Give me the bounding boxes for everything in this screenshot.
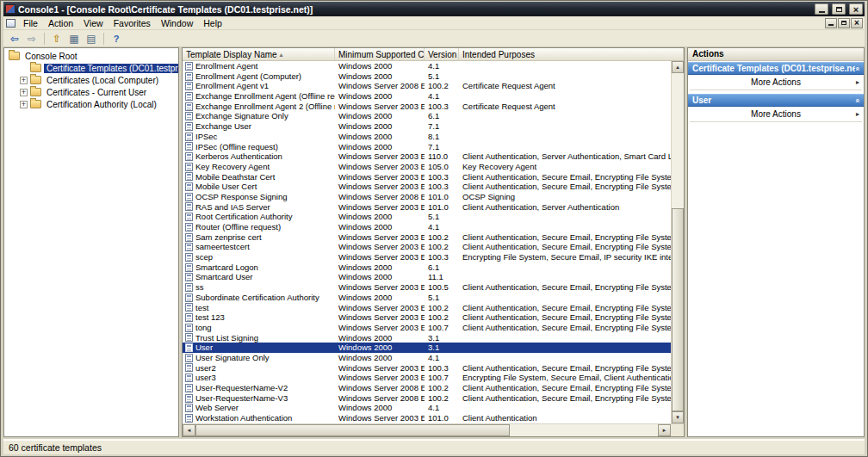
menu-favorites[interactable]: Favorites	[108, 17, 156, 29]
table-row[interactable]: Trust List SigningWindows 20003.1	[183, 333, 671, 343]
certificate-template-icon	[185, 273, 193, 281]
more-actions-item[interactable]: More Actions▸	[688, 75, 864, 90]
menu-view[interactable]: View	[78, 17, 108, 29]
table-row[interactable]: Smartcard UserWindows 200011.1	[183, 272, 671, 282]
up-one-level-button[interactable]: ⇧	[49, 31, 65, 46]
tree-item-console-root[interactable]: Console Root	[4, 50, 178, 62]
table-row[interactable]: Smartcard LogonWindows 20006.1	[183, 262, 671, 273]
table-row[interactable]: Kerberos AuthenticationWindows Server 20…	[183, 151, 671, 162]
table-row[interactable]: Enrollment Agent v1Windows Server 2008 E…	[183, 81, 671, 91]
table-row[interactable]: Key Recovery AgentWindows Server 2003 En…	[183, 162, 671, 172]
column-header[interactable]: Template Display Name▴	[183, 48, 335, 60]
table-row[interactable]: Root Certification AuthorityWindows 2000…	[183, 212, 671, 222]
table-row[interactable]: user3Windows Server 2003 Ent...100.7Encr…	[183, 373, 671, 383]
horizontal-scrollbar[interactable]: ◄ ►	[183, 424, 671, 436]
expand-icon[interactable]: +	[20, 89, 28, 96]
help-button[interactable]: ?	[108, 31, 124, 46]
min-ca-cell: Windows Server 2003 Ent...	[335, 172, 425, 182]
child-minimize-button[interactable]	[825, 18, 837, 28]
template-name: Web Server	[195, 403, 239, 413]
scroll-up-button[interactable]: ▲	[672, 61, 684, 73]
menu-help[interactable]: Help	[198, 17, 227, 29]
column-header-label: Version	[428, 50, 456, 59]
table-row[interactable]: Workstation AuthenticationWindows Server…	[183, 413, 671, 423]
show-hide-tree-button[interactable]: ▦	[66, 31, 82, 46]
table-row[interactable]: Exchange Signature OnlyWindows 20006.1	[183, 111, 671, 121]
export-list-button[interactable]: ▤	[84, 31, 99, 46]
template-name: Subordinate Certification Authority	[195, 293, 319, 303]
table-row[interactable]: Enrollment AgentWindows 20004.1	[183, 61, 671, 71]
scroll-left-button[interactable]: ◄	[183, 424, 195, 436]
table-row[interactable]: Mobile User CertWindows Server 2003 Ent.…	[183, 182, 671, 192]
actions-section-header[interactable]: Certificate Templates (DC01.testprise.ne…	[688, 62, 864, 75]
horizontal-scroll-thumb[interactable]	[195, 424, 510, 436]
scroll-right-button[interactable]: ►	[658, 424, 671, 436]
collapse-chevron-icon[interactable]: «	[852, 98, 861, 102]
template-name-cell: Mobile Deathstar Cert	[183, 172, 335, 182]
table-row[interactable]: scepWindows Server 2003 Ent...100.3Encry…	[183, 252, 671, 262]
maximize-button[interactable]	[832, 3, 846, 15]
vertical-scroll-track[interactable]	[672, 73, 684, 411]
table-row[interactable]: Exchange UserWindows 20007.1	[183, 121, 671, 132]
table-row[interactable]: Exchange Enrollment Agent (Offline reque…	[183, 91, 671, 102]
table-row[interactable]: OCSP Response SigningWindows Server 2008…	[183, 192, 671, 202]
table-row[interactable]: user2Windows Server 2003 Ent...100.3Clie…	[183, 363, 671, 374]
table-row[interactable]: Exchange Enrollment Agent 2 (Offline req…	[183, 102, 671, 112]
table-row[interactable]: test 123Windows Server 2003 Ent...100.2C…	[183, 312, 671, 323]
table-row[interactable]: RAS and IAS ServerWindows Server 2003 En…	[183, 202, 671, 213]
folder-icon	[9, 52, 20, 60]
template-name: Enrollment Agent	[195, 61, 257, 71]
min-ca-cell: Windows Server 2003 Ent...	[335, 162, 425, 172]
column-header[interactable]: Minimum Supported CAs	[335, 48, 425, 60]
vertical-scrollbar[interactable]: ▲ ▼	[671, 61, 684, 423]
table-row[interactable]: UserWindows 20003.1	[183, 343, 671, 353]
collapse-chevron-icon[interactable]: «	[852, 66, 861, 71]
table-row[interactable]: Sam zenprise certWindows Server 2003 Ent…	[183, 232, 671, 243]
column-header[interactable]: Version	[425, 48, 459, 60]
table-row[interactable]: IPSecWindows 20008.1	[183, 132, 671, 142]
table-row[interactable]: User-RequesterName-V3Windows Server 2008…	[183, 393, 671, 404]
tree-item[interactable]: +Certification Authority (Local)	[4, 98, 178, 110]
forward-button[interactable]: ⇨	[24, 31, 40, 46]
table-row[interactable]: testWindows Server 2003 Ent...100.2Clien…	[183, 303, 671, 313]
certificate-template-icon	[185, 182, 193, 191]
purposes-cell: Client Authentication, Secure Email, Enc…	[459, 312, 671, 323]
expand-icon[interactable]: +	[20, 77, 28, 84]
table-row[interactable]: Web ServerWindows 20004.1	[183, 403, 671, 413]
back-button[interactable]: ⇦	[7, 31, 22, 46]
tree-item[interactable]: +Certificates (Local Computer)	[4, 74, 178, 86]
horizontal-scroll-track[interactable]	[195, 424, 658, 436]
divider	[690, 121, 862, 122]
menu-file[interactable]: File	[18, 17, 43, 29]
table-row[interactable]: ssWindows Server 2003 Ent...100.5Client …	[183, 282, 671, 293]
table-row[interactable]: User-RequesterName-V2Windows Server 2008…	[183, 383, 671, 393]
menu-action[interactable]: Action	[43, 17, 78, 29]
table-row[interactable]: Router (Offline request)Windows 20004.1	[183, 222, 671, 232]
template-name: Key Recovery Agent	[195, 162, 270, 172]
version-cell: 100.2	[425, 242, 459, 252]
column-header[interactable]: Intended Purposes	[459, 48, 684, 60]
actions-section-header[interactable]: User«	[688, 94, 864, 107]
more-actions-item[interactable]: More Actions▸	[688, 107, 864, 121]
child-close-button[interactable]: ×	[851, 18, 863, 28]
vertical-scroll-thumb[interactable]	[672, 208, 684, 411]
table-row[interactable]: Subordinate Certification AuthorityWindo…	[183, 293, 671, 303]
table-row[interactable]: IPSec (Offline request)Windows 20007.1	[183, 142, 671, 152]
child-restore-button[interactable]	[838, 18, 850, 28]
table-row[interactable]: Mobile Deathstar CertWindows Server 2003…	[183, 172, 671, 182]
table-row[interactable]: sameertestcertWindows Server 2003 Ent...…	[183, 242, 671, 252]
template-name: Mobile Deathstar Cert	[195, 172, 275, 182]
close-button[interactable]: ×	[849, 3, 863, 15]
table-row[interactable]: Enrollment Agent (Computer)Windows 20005…	[183, 71, 671, 82]
scroll-down-button[interactable]: ▼	[672, 411, 684, 423]
tree-item[interactable]: +Certificates - Current User	[4, 86, 178, 98]
tree-item[interactable]: Certificate Templates (DC01.testprise.ne…	[4, 62, 178, 74]
minimize-button[interactable]	[815, 3, 828, 15]
title-bar[interactable]: Console1 - [Console Root\Certificate Tem…	[3, 2, 865, 16]
menu-window[interactable]: Window	[156, 17, 198, 29]
table-row[interactable]: tongWindows Server 2003 Ent...100.7Clien…	[183, 323, 671, 333]
template-name: scep	[195, 252, 213, 262]
expand-icon[interactable]: +	[20, 101, 28, 108]
template-name: user2	[195, 363, 216, 374]
table-row[interactable]: User Signature OnlyWindows 20004.1	[183, 353, 671, 363]
